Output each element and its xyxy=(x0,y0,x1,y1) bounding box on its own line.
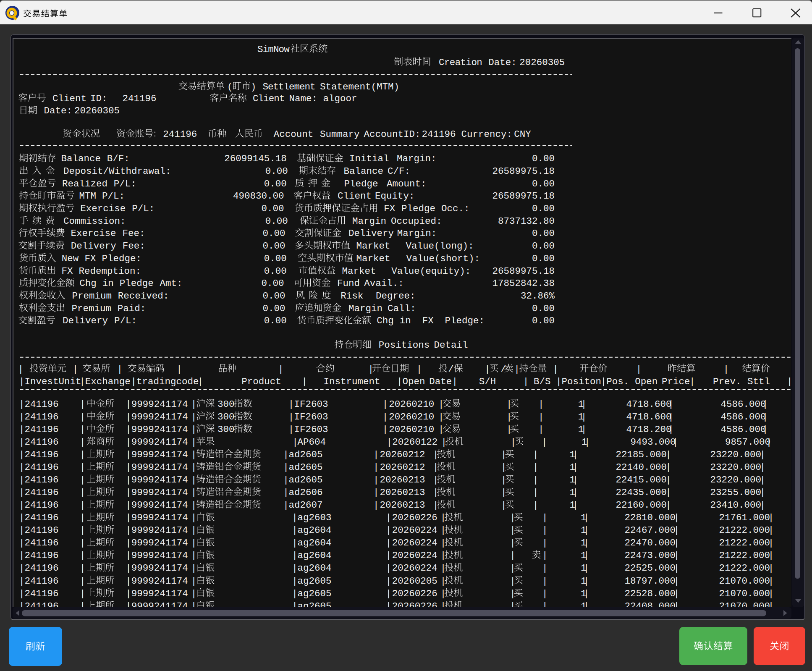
svg-text:21222.000: 21222.000 xyxy=(719,550,770,561)
svg-text:Risk: Risk xyxy=(341,291,363,301)
svg-text:|: | xyxy=(80,588,86,599)
svg-text:ag2604: ag2604 xyxy=(298,563,332,574)
svg-text:241196: 241196 xyxy=(422,129,456,140)
svg-text:algoor: algoor xyxy=(323,93,357,104)
svg-text:|: | xyxy=(768,563,774,574)
svg-text:4586.000: 4586.000 xyxy=(721,424,766,435)
svg-text:20260224: 20260224 xyxy=(392,550,437,561)
svg-text:|241196: |241196 xyxy=(19,563,59,574)
svg-text:Prev.: Prev. xyxy=(713,376,741,387)
svg-text:|: | xyxy=(191,424,197,435)
svg-text:Delivery: Delivery xyxy=(63,315,108,326)
svg-text:300: 300 xyxy=(217,399,235,410)
svg-text:ag2605: ag2605 xyxy=(298,588,332,599)
svg-text:|: | xyxy=(80,550,86,561)
svg-text:|: | xyxy=(485,364,490,375)
svg-text:IF2603: IF2603 xyxy=(294,412,328,422)
svg-text:|241196: |241196 xyxy=(19,601,59,607)
svg-text:23255.000: 23255.000 xyxy=(710,487,762,498)
svg-text:|: | xyxy=(80,474,86,485)
svg-text:21761.000: 21761.000 xyxy=(719,512,770,523)
svg-text:Open: Open xyxy=(635,376,657,387)
svg-text:|: | xyxy=(191,537,197,548)
svg-text:0.00: 0.00 xyxy=(262,203,284,214)
svg-text:20260212: 20260212 xyxy=(380,462,425,473)
svg-text:9493.000: 9493.000 xyxy=(631,437,676,448)
svg-text:Market: Market xyxy=(356,241,390,252)
svg-text:Market: Market xyxy=(342,266,376,277)
svg-text:Detail: Detail xyxy=(434,340,468,351)
svg-text:Redemption:: Redemption: xyxy=(79,266,141,277)
svg-text:|: | xyxy=(292,601,298,607)
svg-text:4718.200: 4718.200 xyxy=(626,424,672,435)
svg-text:23220.000: 23220.000 xyxy=(710,462,762,473)
svg-text:|: | xyxy=(584,576,589,587)
svg-text:|: | xyxy=(674,537,680,548)
svg-text:|241196: |241196 xyxy=(19,512,59,523)
svg-text:|: | xyxy=(768,550,774,561)
svg-text:|: | xyxy=(553,364,559,375)
svg-text:|: | xyxy=(674,563,680,574)
svg-text:20260213: 20260213 xyxy=(380,487,425,498)
svg-text:|: | xyxy=(288,399,294,410)
svg-text:New: New xyxy=(62,253,79,264)
svg-text:|: | xyxy=(538,412,544,422)
svg-text:Paid:: Paid: xyxy=(118,303,146,314)
svg-text:Margin:: Margin: xyxy=(397,228,437,239)
svg-text:|: | xyxy=(452,376,458,387)
svg-text:23220.000: 23220.000 xyxy=(710,449,762,460)
svg-text:ad2605: ad2605 xyxy=(289,474,323,485)
svg-text:|: | xyxy=(762,424,768,435)
svg-text:Client: Client xyxy=(338,191,372,202)
svg-text:|: | xyxy=(533,449,539,460)
svg-text:S/H: S/H xyxy=(479,376,496,387)
svg-text:|: | xyxy=(80,512,86,523)
svg-text:17852842.38: 17852842.38 xyxy=(492,278,555,289)
svg-text:Date:: Date: xyxy=(44,105,73,116)
svg-text:Positions: Positions xyxy=(379,340,430,351)
svg-text:|241196: |241196 xyxy=(19,474,59,485)
svg-text:|241196: |241196 xyxy=(19,500,59,511)
svg-text:|: | xyxy=(382,424,388,435)
svg-text:0.00: 0.00 xyxy=(532,315,555,326)
svg-text:ag2603: ag2603 xyxy=(298,512,332,523)
svg-text:4718.600: 4718.600 xyxy=(626,412,672,422)
svg-text:|: | xyxy=(288,424,294,435)
svg-text:|: | xyxy=(386,437,392,448)
svg-text:|: | xyxy=(668,412,674,422)
svg-text:20260210: 20260210 xyxy=(389,412,434,422)
svg-text:22473.000: 22473.000 xyxy=(625,550,676,561)
svg-text:|: | xyxy=(542,550,548,561)
svg-text:|241196: |241196 xyxy=(19,449,59,460)
svg-text:20260224: 20260224 xyxy=(392,537,437,548)
svg-text:Value(long):: Value(long): xyxy=(406,241,474,252)
svg-text:|Pos.: |Pos. xyxy=(601,376,629,387)
svg-text:|: | xyxy=(674,588,680,599)
svg-text:/: / xyxy=(448,364,454,375)
svg-text:Avail.:: Avail.: xyxy=(364,278,404,289)
svg-text:Pledge:: Pledge: xyxy=(445,315,485,326)
svg-text:Statement(MTM): Statement(MTM) xyxy=(320,81,399,92)
svg-text:|Open: |Open xyxy=(397,376,425,387)
svg-text:|: | xyxy=(762,399,768,410)
svg-text:20260305: 20260305 xyxy=(519,57,565,68)
svg-text:|: | xyxy=(373,500,379,511)
svg-text:22467.000: 22467.000 xyxy=(625,525,676,536)
svg-text:|: | xyxy=(292,588,298,599)
svg-text:Pledge: Pledge xyxy=(344,178,378,189)
svg-text:|: | xyxy=(584,537,589,548)
svg-text:Fee:: Fee: xyxy=(123,241,145,252)
svg-text:Pledge: Pledge xyxy=(401,203,435,214)
svg-text:ad2607: ad2607 xyxy=(289,500,323,511)
svg-text:|9999241174: |9999241174 xyxy=(126,449,188,460)
svg-text:18797.000: 18797.000 xyxy=(625,576,676,587)
svg-text:|: | xyxy=(768,537,774,548)
svg-text:|: | xyxy=(416,364,422,375)
svg-text:|: | xyxy=(283,462,289,473)
svg-text:AP604: AP604 xyxy=(298,437,326,448)
svg-text:|: | xyxy=(382,399,388,410)
svg-text:|: | xyxy=(674,550,680,561)
svg-text:|: | xyxy=(386,563,392,574)
svg-text:Equity:: Equity: xyxy=(375,191,415,202)
svg-text:|241196: |241196 xyxy=(19,588,59,599)
